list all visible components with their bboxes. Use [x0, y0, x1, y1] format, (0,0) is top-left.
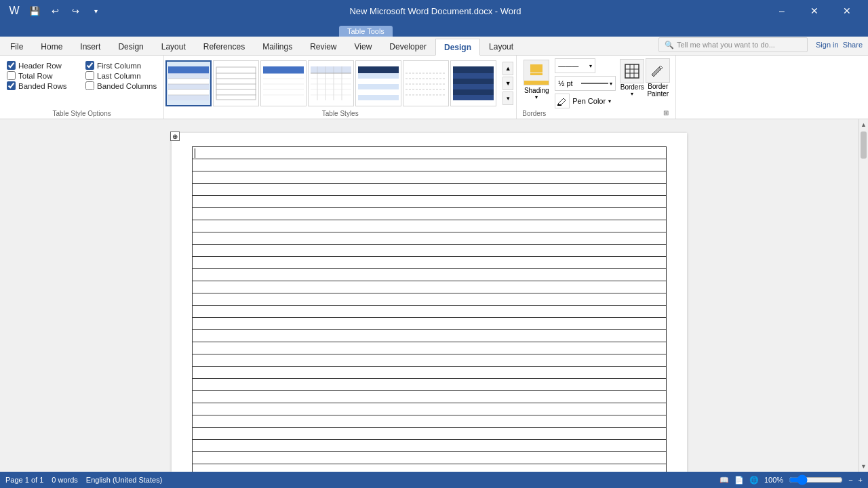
total-row-input[interactable] — [7, 71, 16, 80]
scrollbar-thumb[interactable] — [861, 131, 867, 159]
table-cell[interactable] — [193, 391, 667, 403]
document-table[interactable] — [192, 146, 667, 472]
scrollbar-up-button[interactable]: ▲ — [859, 119, 868, 130]
table-row — [193, 281, 667, 293]
undo-button[interactable]: ↩ — [46, 2, 64, 20]
last-column-input[interactable] — [85, 71, 94, 80]
banded-columns-checkbox[interactable]: Banded Columns — [85, 81, 157, 90]
table-cell[interactable] — [193, 220, 667, 232]
redo-button[interactable]: ↪ — [66, 2, 84, 20]
table-cell[interactable] — [193, 428, 667, 440]
table-style-7[interactable] — [450, 60, 496, 106]
table-style-2[interactable] — [213, 60, 259, 106]
table-cell[interactable] — [193, 342, 667, 354]
table-cell[interactable] — [193, 403, 667, 415]
tab-design-table[interactable]: Design — [435, 39, 480, 56]
scrollbar-track[interactable] — [859, 130, 868, 461]
table-cell[interactable] — [193, 293, 667, 306]
total-row-checkbox[interactable]: Total Row — [7, 71, 75, 80]
vertical-scrollbar[interactable]: ▲ ▼ — [859, 119, 868, 472]
table-cell-1-1[interactable] — [193, 147, 667, 159]
share-button[interactable]: Share — [843, 41, 863, 49]
table-cell[interactable] — [193, 281, 667, 293]
view-print-button[interactable]: 📄 — [734, 476, 744, 485]
table-cell[interactable] — [193, 452, 667, 464]
table-cell[interactable] — [193, 159, 667, 171]
scrollbar-down-button[interactable]: ▼ — [859, 461, 868, 472]
banded-columns-input[interactable] — [85, 81, 94, 90]
table-style-3[interactable] — [260, 60, 307, 106]
shading-icon — [524, 60, 549, 85]
table-cell[interactable] — [193, 379, 667, 391]
tab-home[interactable]: Home — [32, 38, 71, 55]
restore-button[interactable]: ✕ — [799, 0, 830, 22]
zoom-in-button[interactable]: + — [859, 476, 863, 484]
table-style-1[interactable] — [165, 60, 212, 106]
table-cell[interactable] — [193, 196, 667, 208]
first-column-checkbox[interactable]: First Column — [85, 61, 153, 70]
table-style-4[interactable] — [308, 60, 354, 106]
tab-insert[interactable]: Insert — [71, 38, 109, 55]
borders-button[interactable] — [620, 59, 644, 83]
word-icon[interactable]: W — [5, 2, 23, 20]
gallery-scroll-more[interactable]: ▾ — [502, 92, 513, 105]
border-width-dropdown[interactable]: ½ pt ▾ — [555, 76, 616, 91]
pen-color-row: Pen Color ▾ — [555, 94, 616, 108]
sign-in-button[interactable]: Sign in — [816, 41, 839, 49]
gallery-scroll-up[interactable]: ▲ — [502, 62, 513, 75]
tab-layout-table[interactable]: Layout — [480, 38, 522, 55]
view-read-button[interactable]: 📖 — [719, 476, 729, 485]
table-style-6[interactable] — [403, 60, 449, 106]
table-cell[interactable] — [193, 208, 667, 220]
zoom-out-button[interactable]: − — [848, 476, 852, 484]
view-web-button[interactable]: 🌐 — [749, 476, 759, 485]
border-painter-wrap: BorderPainter — [646, 58, 670, 98]
table-cell[interactable] — [193, 464, 667, 472]
table-cell[interactable] — [193, 269, 667, 281]
last-column-checkbox[interactable]: Last Column — [85, 71, 153, 80]
table-cell[interactable] — [193, 306, 667, 318]
table-move-handle[interactable]: ⊕ — [170, 131, 180, 141]
table-cell[interactable] — [193, 318, 667, 330]
table-cell[interactable] — [193, 354, 667, 367]
table-cell[interactable] — [193, 367, 667, 379]
minimize-button[interactable]: – — [766, 0, 797, 22]
table-cell[interactable] — [193, 440, 667, 452]
style-options-row-2: Total Row Last Column — [7, 71, 157, 80]
border-painter-button[interactable] — [646, 58, 670, 83]
tab-review[interactable]: Review — [301, 38, 345, 55]
customize-qat-button[interactable]: ▾ — [87, 2, 104, 20]
tab-mailings[interactable]: Mailings — [254, 38, 301, 55]
border-width-row: ½ pt ▾ — [555, 76, 616, 91]
close-button[interactable]: ✕ — [831, 0, 863, 22]
table-cell[interactable] — [193, 415, 667, 428]
table-style-5[interactable] — [355, 60, 401, 106]
tab-view[interactable]: View — [346, 38, 381, 55]
document-area[interactable]: ⊕ — [0, 119, 859, 472]
table-cell[interactable] — [193, 257, 667, 269]
table-cell[interactable] — [193, 245, 667, 257]
search-box[interactable]: 🔍 Tell me what you want to do... — [658, 37, 808, 52]
tab-developer[interactable]: Developer — [380, 38, 435, 55]
tab-design-doc[interactable]: Design — [109, 38, 152, 55]
tab-file[interactable]: File — [1, 38, 32, 55]
border-style-dropdown[interactable]: ——— ▾ — [555, 58, 595, 73]
table-cell[interactable] — [193, 184, 667, 196]
banded-rows-checkbox[interactable]: Banded Rows — [7, 81, 75, 90]
zoom-slider[interactable] — [789, 474, 843, 485]
shading-button[interactable]: Shading ▾ — [522, 58, 551, 102]
gallery-scroll-down[interactable]: ▼ — [502, 77, 513, 90]
table-row — [193, 269, 667, 281]
header-row-checkbox[interactable]: Header Row — [7, 61, 75, 70]
borders-group-label: Borders — [522, 110, 546, 117]
borders-expand-button[interactable]: ⊞ — [662, 109, 670, 117]
table-cell[interactable] — [193, 171, 667, 184]
banded-rows-input[interactable] — [7, 81, 16, 90]
save-button[interactable]: 💾 — [26, 2, 43, 20]
first-column-input[interactable] — [85, 61, 94, 70]
table-cell[interactable] — [193, 232, 667, 245]
table-cell[interactable] — [193, 330, 667, 342]
tab-layout-doc[interactable]: Layout — [153, 38, 195, 55]
tab-references[interactable]: References — [195, 38, 254, 55]
header-row-input[interactable] — [7, 61, 16, 70]
